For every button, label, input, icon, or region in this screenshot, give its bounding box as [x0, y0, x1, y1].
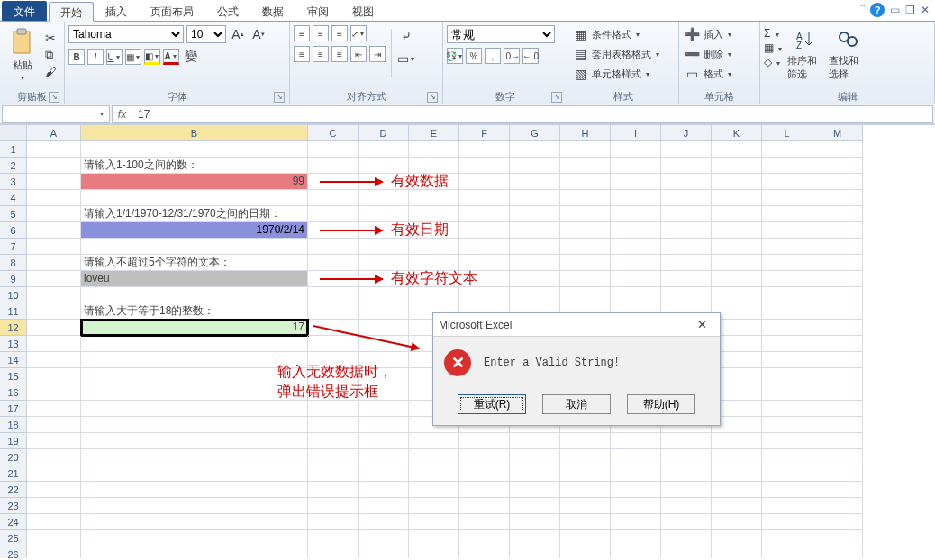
cell-H5[interactable]: [560, 206, 611, 222]
cell-C8[interactable]: [308, 255, 359, 271]
cell-H21[interactable]: [560, 465, 611, 482]
cell-E20[interactable]: [409, 449, 459, 465]
cell-L14[interactable]: [762, 352, 812, 368]
column-header-C[interactable]: C: [308, 125, 359, 141]
cell-A24[interactable]: [27, 514, 81, 530]
cell-I10[interactable]: [611, 287, 661, 303]
cell-C25[interactable]: [308, 530, 359, 546]
cell-B22[interactable]: [81, 482, 308, 498]
row-header-17[interactable]: 17: [0, 401, 27, 417]
row-header-6[interactable]: 6: [0, 222, 27, 239]
row-header-23[interactable]: 23: [0, 498, 27, 514]
cell-I1[interactable]: [611, 141, 661, 158]
cell-H9[interactable]: [560, 271, 611, 287]
cell-J20[interactable]: [661, 449, 712, 465]
cell-G2[interactable]: [510, 158, 560, 174]
cell-H20[interactable]: [560, 449, 611, 465]
cell-F4[interactable]: [459, 190, 510, 206]
cell-K24[interactable]: [712, 514, 762, 530]
clear-icon[interactable]: ◇ ▾: [764, 56, 784, 68]
cell-D18[interactable]: [359, 417, 409, 433]
cell-M23[interactable]: [812, 498, 863, 514]
cell-M2[interactable]: [812, 158, 863, 174]
cell-M26[interactable]: [812, 546, 863, 558]
cell-D20[interactable]: [359, 449, 409, 465]
cell-E10[interactable]: [409, 287, 459, 303]
launcher-icon[interactable]: ↘: [427, 92, 438, 103]
cell-J6[interactable]: [661, 222, 712, 239]
cell-B3[interactable]: 99: [81, 174, 308, 190]
cell-B25[interactable]: [81, 530, 308, 546]
cell-D4[interactable]: [359, 190, 409, 206]
cell-L10[interactable]: [762, 287, 812, 303]
cell-L16[interactable]: [762, 384, 812, 401]
cell-J9[interactable]: [661, 271, 712, 287]
cell-M17[interactable]: [812, 401, 863, 417]
cell-M24[interactable]: [812, 514, 863, 530]
cell-J23[interactable]: [661, 498, 712, 514]
cell-I2[interactable]: [611, 158, 661, 174]
cell-A10[interactable]: [27, 287, 81, 303]
cell-B12[interactable]: 17: [81, 320, 308, 336]
tab-page-layout[interactable]: 页面布局: [139, 1, 205, 21]
cell-L9[interactable]: [762, 271, 812, 287]
cell-A17[interactable]: [27, 401, 81, 417]
row-header-15[interactable]: 15: [0, 368, 27, 384]
cell-K26[interactable]: [712, 546, 762, 558]
cell-K7[interactable]: [712, 239, 762, 255]
paste-button[interactable]: 粘贴 ▾: [4, 25, 41, 85]
cell-M7[interactable]: [812, 239, 863, 255]
retry-button[interactable]: 重试(R): [458, 394, 526, 414]
cell-G6[interactable]: [510, 222, 560, 239]
sort-filter-button[interactable]: AZ 排序和筛选: [787, 25, 825, 85]
cell-H8[interactable]: [560, 255, 611, 271]
autosum-icon[interactable]: Σ ▾: [764, 27, 784, 40]
cell-A23[interactable]: [27, 498, 81, 514]
cell-F25[interactable]: [459, 530, 510, 546]
cell-H7[interactable]: [560, 239, 611, 255]
cell-A22[interactable]: [27, 482, 81, 498]
cell-I19[interactable]: [611, 433, 661, 449]
cell-K19[interactable]: [712, 433, 762, 449]
cell-L11[interactable]: [762, 303, 812, 320]
cell-A26[interactable]: [27, 546, 81, 558]
cell-C7[interactable]: [308, 239, 359, 255]
cell-L22[interactable]: [762, 482, 812, 498]
cell-K9[interactable]: [712, 271, 762, 287]
cell-G21[interactable]: [510, 465, 560, 482]
cell-G4[interactable]: [510, 190, 560, 206]
formula-value[interactable]: 17: [132, 108, 155, 121]
cell-H4[interactable]: [560, 190, 611, 206]
cell-M20[interactable]: [812, 449, 863, 465]
column-header-E[interactable]: E: [409, 125, 459, 141]
cell-G25[interactable]: [510, 530, 560, 546]
cell-G1[interactable]: [510, 141, 560, 158]
cell-I21[interactable]: [611, 465, 661, 482]
cell-K10[interactable]: [712, 287, 762, 303]
cell-L26[interactable]: [762, 546, 812, 558]
cell-C1[interactable]: [308, 141, 359, 158]
cell-I5[interactable]: [611, 206, 661, 222]
cell-G8[interactable]: [510, 255, 560, 271]
cell-I24[interactable]: [611, 514, 661, 530]
cell-C23[interactable]: [308, 498, 359, 514]
cell-B16[interactable]: [81, 384, 308, 401]
column-header-M[interactable]: M: [812, 125, 863, 141]
cell-K21[interactable]: [712, 465, 762, 482]
cell-K6[interactable]: [712, 222, 762, 239]
cell-F2[interactable]: [459, 158, 510, 174]
cell-I26[interactable]: [611, 546, 661, 558]
cell-E19[interactable]: [409, 433, 459, 449]
cell-I7[interactable]: [611, 239, 661, 255]
row-header-5[interactable]: 5: [0, 206, 27, 222]
cell-M15[interactable]: [812, 368, 863, 384]
cell-B10[interactable]: [81, 287, 308, 303]
cell-M11[interactable]: [812, 303, 863, 320]
border-button[interactable]: ▦▾: [125, 49, 141, 65]
launcher-icon[interactable]: ↘: [274, 92, 285, 103]
spreadsheet-grid[interactable]: ABCDEFGHIJKLM 12345678910111213141516171…: [0, 124, 935, 558]
cell-M9[interactable]: [812, 271, 863, 287]
cell-F20[interactable]: [459, 449, 510, 465]
cell-B23[interactable]: [81, 498, 308, 514]
cell-K25[interactable]: [712, 530, 762, 546]
